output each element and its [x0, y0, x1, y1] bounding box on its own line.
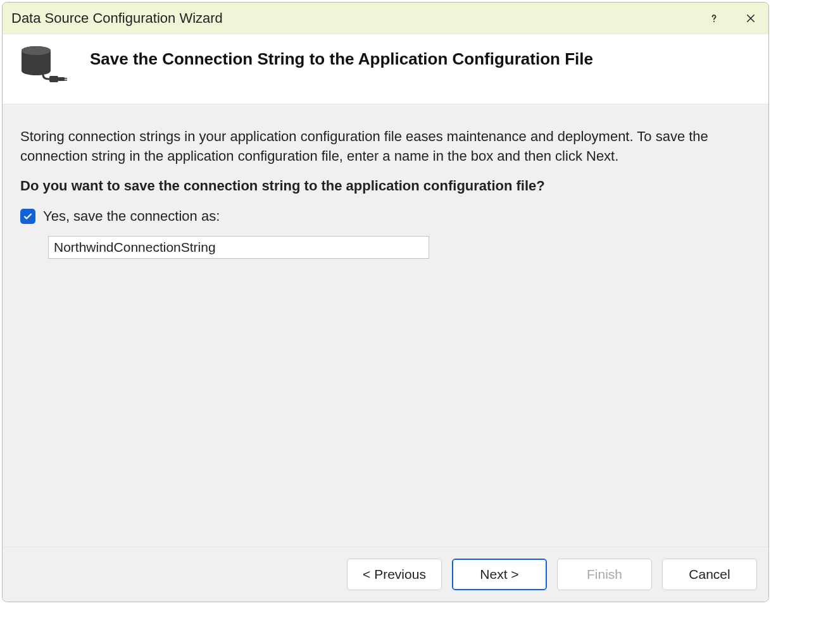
finish-button: Finish [557, 559, 652, 590]
svg-rect-6 [65, 80, 67, 81]
svg-rect-3 [49, 76, 58, 82]
wizard-header: Save the Connection String to the Applic… [3, 34, 768, 104]
svg-point-0 [713, 21, 715, 22]
svg-point-2 [22, 46, 51, 55]
database-plug-icon [19, 46, 71, 86]
wizard-content: Storing connection strings in your appli… [3, 104, 768, 547]
next-button[interactable]: Next > [452, 559, 547, 590]
connection-name-row [20, 236, 751, 259]
svg-rect-4 [58, 77, 65, 81]
question-text: Do you want to save the connection strin… [20, 178, 751, 194]
titlebar: Data Source Configuration Wizard [3, 3, 768, 34]
wizard-step-title: Save the Connection String to the Applic… [90, 46, 593, 69]
titlebar-controls [705, 9, 760, 27]
help-icon [708, 12, 720, 25]
connection-name-input[interactable] [48, 236, 429, 259]
previous-button[interactable]: < Previous [347, 559, 442, 590]
close-button[interactable] [742, 9, 760, 27]
close-icon [745, 13, 756, 24]
help-button[interactable] [705, 9, 723, 27]
save-connection-label: Yes, save the connection as: [43, 208, 220, 225]
description-text: Storing connection strings in your appli… [20, 127, 751, 166]
cancel-button[interactable]: Cancel [662, 559, 757, 590]
wizard-dialog: Data Source Configuration Wizard [2, 2, 769, 602]
window-title: Data Source Configuration Wizard [11, 10, 705, 27]
save-connection-checkbox-row: Yes, save the connection as: [20, 208, 751, 225]
checkmark-icon [23, 211, 33, 221]
save-connection-checkbox[interactable] [20, 209, 35, 224]
wizard-footer: < Previous Next > Finish Cancel [3, 547, 768, 602]
svg-rect-5 [65, 78, 67, 79]
